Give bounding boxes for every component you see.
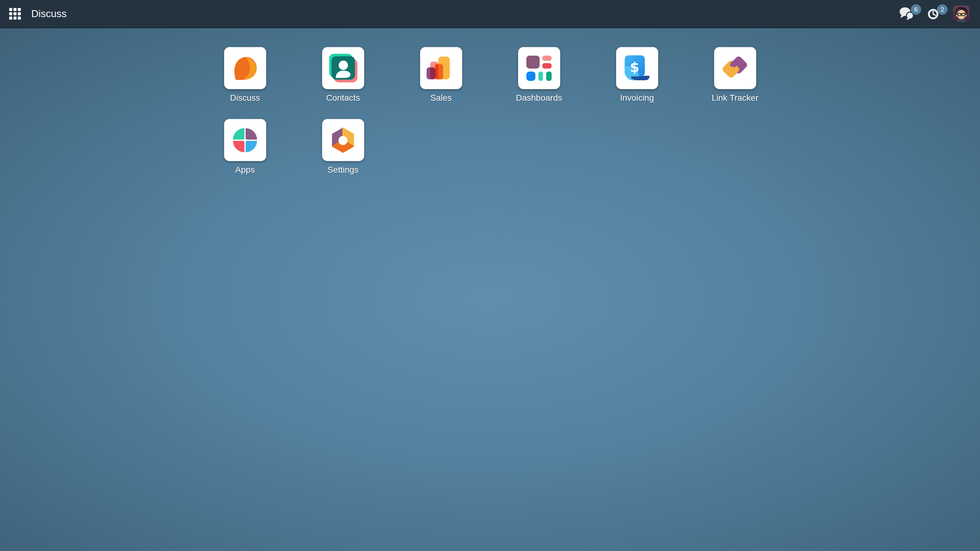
invoicing-app-icon: $ <box>620 52 654 85</box>
app-card <box>322 47 364 89</box>
app-grid: Discuss Contacts <box>196 47 784 191</box>
app-item-discuss[interactable]: Discuss <box>196 47 294 119</box>
app-item-sales[interactable]: Sales <box>392 47 490 119</box>
app-item-link-tracker[interactable]: Link Tracker <box>686 47 784 119</box>
app-label: Dashboards <box>516 93 562 103</box>
user-menu-button[interactable] <box>953 5 970 22</box>
settings-app-icon <box>326 124 360 157</box>
app-item-apps[interactable]: Apps <box>196 119 294 191</box>
app-item-contacts[interactable]: Contacts <box>294 47 392 119</box>
app-label: Contacts <box>326 93 360 103</box>
app-label: Discuss <box>230 93 260 103</box>
navbar-systray: 6 2 <box>899 5 980 22</box>
link-tracker-app-icon <box>719 52 751 85</box>
messages-button[interactable]: 6 <box>899 6 915 22</box>
app-label: Sales <box>430 93 452 103</box>
app-label: Invoicing <box>620 93 654 103</box>
app-item-invoicing[interactable]: $ Invoicing <box>588 47 686 119</box>
app-item-dashboards[interactable]: Dashboards <box>490 47 588 119</box>
discuss-app-icon <box>229 52 261 85</box>
app-card: $ <box>616 47 658 89</box>
messages-badge: 6 <box>911 4 921 15</box>
app-card <box>322 119 364 161</box>
dashboards-app-icon <box>522 52 555 85</box>
app-card <box>224 119 266 161</box>
app-label: Settings <box>328 165 358 175</box>
app-card <box>420 47 462 89</box>
app-card <box>714 47 756 89</box>
app-item-settings[interactable]: Settings <box>294 119 392 191</box>
activities-badge: 2 <box>937 4 948 15</box>
navbar-app-title: Discuss <box>31 8 67 20</box>
sales-app-icon <box>425 52 458 85</box>
apps-app-icon <box>229 124 261 157</box>
user-avatar <box>953 5 970 22</box>
app-label: Apps <box>235 165 255 175</box>
app-card <box>224 47 266 89</box>
home-menu: Discuss 6 2 <box>0 0 980 551</box>
svg-text:$: $ <box>630 59 639 75</box>
navbar: Discuss 6 2 <box>0 0 980 28</box>
app-card <box>518 47 560 89</box>
contacts-app-icon <box>326 52 360 85</box>
activities-button[interactable]: 2 <box>927 6 942 22</box>
app-label: Link Tracker <box>712 93 759 103</box>
home-menu-toggle-button[interactable] <box>9 8 21 20</box>
